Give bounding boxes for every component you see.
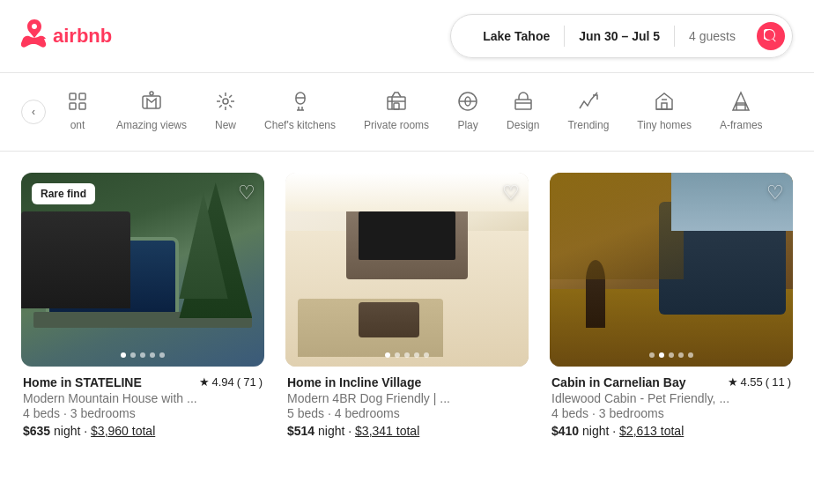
listing-desc-3: Idlewood Cabin - Pet Friendly, ... (551, 391, 791, 405)
dot (669, 352, 674, 358)
category-label-a-frames: A-frames (720, 119, 763, 131)
svg-point-6 (223, 99, 228, 104)
price-night-2: $514 (287, 424, 314, 438)
listing-title-row-3: Cabin in Carnelian Bay ★ 4.55 (11) (551, 375, 791, 389)
category-label-front: ont (70, 119, 85, 131)
listing-title-row-2: Home in Incline Village (287, 375, 527, 389)
listing-price-3: $410 night · $2,613 total (551, 424, 791, 438)
listing-beds-3: 4 beds · 3 bedrooms (551, 406, 791, 420)
price-total-link-1[interactable]: $3,960 total (91, 424, 155, 438)
category-item-new[interactable]: New (201, 84, 250, 140)
search-button[interactable] (757, 22, 785, 50)
listing-info-1: Home in STATELINE ★ 4.94 (71) Modern Mou… (21, 367, 264, 438)
wishlist-button-3[interactable]: ♡ (766, 182, 784, 204)
new-icon (215, 91, 236, 115)
dot (404, 352, 410, 358)
dot (385, 352, 390, 358)
price-night-1: $635 (23, 424, 50, 438)
svg-rect-2 (70, 103, 76, 109)
dot (159, 352, 165, 358)
image-dots-1 (121, 352, 165, 358)
category-item-play[interactable]: Play (443, 84, 492, 140)
svg-rect-3 (79, 103, 85, 109)
wishlist-button-2[interactable]: ♡ (502, 182, 520, 204)
image-dots-3 (649, 352, 693, 358)
listing-info-3: Cabin in Carnelian Bay ★ 4.55 (11) Idlew… (550, 367, 793, 438)
category-label-amazing-views: Amazing views (116, 119, 187, 131)
listing-title-row-1: Home in STATELINE ★ 4.94 (71) (23, 375, 263, 389)
dot (659, 352, 664, 358)
listing-title-2: Home in Incline Village (287, 375, 520, 389)
dot (150, 352, 155, 358)
nav-prev-button[interactable]: ‹ (21, 100, 46, 124)
image-dots-2 (385, 352, 429, 358)
listing-card-2[interactable]: ♡ Home in Incline Village Modern 4BR Dog… (285, 173, 529, 438)
listing-card-3[interactable]: ♡ Cabin in Carnelian Bay ★ 4.55 (11) Idl… (550, 173, 793, 438)
star-icon-3: ★ (728, 375, 738, 389)
search-location[interactable]: Lake Tahoe (469, 29, 564, 43)
dot (414, 352, 419, 358)
star-icon-1: ★ (199, 375, 210, 389)
listing-price-2: $514 night · $3,341 total (287, 424, 527, 438)
logo-text: airbnb (53, 25, 112, 48)
trending-icon (578, 91, 599, 115)
price-total-link-2[interactable]: $3,341 total (355, 424, 419, 438)
search-bar[interactable]: Lake Tahoe Jun 30 – Jul 5 4 guests (450, 14, 793, 58)
listing-rating-3: ★ 4.55 (11) (728, 375, 791, 389)
category-label-new: New (215, 119, 236, 131)
dot (424, 352, 429, 358)
listing-info-2: Home in Incline Village Modern 4BR Dog F… (285, 367, 529, 438)
svg-rect-11 (662, 103, 667, 109)
play-icon (457, 91, 478, 115)
category-item-tiny-homes[interactable]: Tiny homes (623, 84, 706, 140)
svg-rect-10 (515, 100, 531, 109)
category-nav: ‹ ont Amazing views (0, 73, 814, 152)
dot (121, 352, 126, 358)
a-frames-icon (730, 91, 751, 115)
dot (678, 352, 684, 358)
category-item-chefs-kitchens[interactable]: Chef's kitchens (250, 84, 350, 140)
amazing-views-icon (141, 91, 162, 115)
category-label-design: Design (507, 119, 539, 131)
category-label-private-rooms: Private rooms (364, 119, 429, 131)
logo[interactable]: airbnb (21, 19, 112, 54)
category-item-private-rooms[interactable]: Private rooms (350, 84, 443, 140)
listing-image-1: Rare find ♡ (21, 173, 264, 367)
rare-find-badge: Rare find (32, 183, 95, 204)
category-label-chefs-kitchens: Chef's kitchens (264, 119, 336, 131)
search-dates[interactable]: Jun 30 – Jul 5 (565, 29, 674, 43)
listing-title-3: Cabin in Carnelian Bay (551, 375, 721, 389)
category-item-amazing-views[interactable]: Amazing views (102, 84, 201, 140)
header: airbnb Lake Tahoe Jun 30 – Jul 5 4 guest… (0, 0, 814, 73)
listing-desc-2: Modern 4BR Dog Friendly | ... (287, 391, 527, 405)
listing-beds-1: 4 beds · 3 bedrooms (23, 406, 263, 420)
listing-desc-1: Modern Mountain House with ... (23, 391, 263, 405)
dot (140, 352, 145, 358)
svg-rect-1 (79, 93, 85, 100)
category-label-play: Play (457, 119, 477, 131)
chefs-kitchens-icon (290, 91, 311, 115)
search-guests[interactable]: 4 guests (675, 29, 750, 43)
listing-card-1[interactable]: Rare find ♡ Home in STATELINE ★ 4.94 (71… (21, 173, 264, 438)
listing-price-1: $635 night · $3,960 total (23, 424, 263, 438)
listing-rating-1: ★ 4.94 (71) (199, 375, 263, 389)
tiny-homes-icon (654, 91, 675, 115)
category-item-front[interactable]: ont (53, 84, 102, 140)
price-total-link-3[interactable]: $2,613 total (619, 424, 684, 438)
front-icon (67, 91, 88, 115)
review-count-1: ( (237, 375, 240, 389)
wishlist-button-1[interactable]: ♡ (238, 182, 255, 204)
category-item-a-frames[interactable]: A-frames (706, 84, 777, 140)
category-item-trending[interactable]: Trending (553, 84, 623, 140)
category-item-design[interactable]: Design (492, 84, 553, 140)
airbnb-logo-icon (21, 19, 48, 54)
dot (688, 352, 693, 358)
svg-rect-0 (70, 93, 76, 100)
design-icon (513, 91, 534, 115)
svg-point-5 (150, 92, 153, 95)
category-label-trending: Trending (567, 119, 609, 131)
category-label-tiny-homes: Tiny homes (637, 119, 692, 131)
search-icon (764, 29, 778, 43)
listings-grid: Rare find ♡ Home in STATELINE ★ 4.94 (71… (0, 152, 814, 459)
dot (395, 352, 400, 358)
